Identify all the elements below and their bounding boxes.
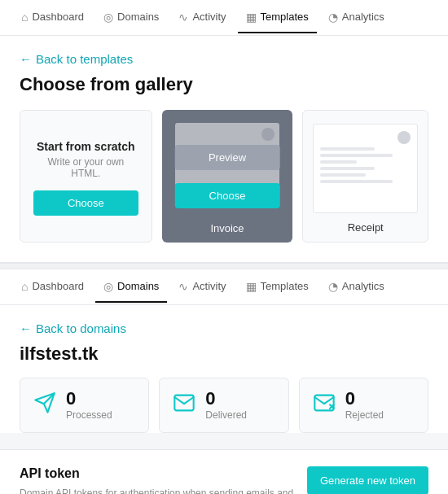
delivered-icon [173, 391, 195, 419]
rejected-icon [313, 391, 336, 419]
nav2-dashboard[interactable]: ⌂ Dashboard [13, 272, 92, 303]
processed-icon [33, 391, 56, 420]
receipt-line-1 [320, 147, 374, 151]
receipt-preview-bg [313, 124, 418, 213]
domain-section: ← Back to domains ilfstest.tk 0 Processe… [0, 305, 448, 433]
templates-title: Choose from gallery [20, 74, 428, 95]
nav2-analytics[interactable]: ◔ Analytics [320, 272, 393, 303]
top-nav-templates: ⌂ Dashboard ◎ Domains ∿ Activity ▦ Templ… [0, 0, 448, 36]
nav2-templates[interactable]: ▦ Templates [238, 272, 317, 303]
api-token-info: API token Domain API tokens for authenti… [20, 466, 294, 494]
top-nav-domains: ⌂ Dashboard ◎ Domains ∿ Activity ▦ Templ… [0, 269, 448, 305]
globe2-icon: ◎ [103, 280, 113, 293]
stat-info-rejected: 0 Rejected [345, 390, 384, 421]
template-card-scratch: Start from scratch Write or your own HTM… [20, 110, 152, 243]
home-icon: ⌂ [21, 11, 28, 24]
nav-domains[interactable]: ◎ Domains [95, 2, 167, 33]
rejected-label: Rejected [345, 409, 384, 421]
nav-templates[interactable]: ▦ Templates [238, 2, 317, 33]
analytics2-icon: ◔ [328, 280, 338, 293]
receipt-line-4 [320, 167, 374, 170]
nav-analytics[interactable]: ◔ Analytics [320, 2, 393, 33]
rejected-count: 0 [345, 390, 384, 408]
template-card-receipt: Receipt [302, 110, 428, 243]
stat-info-delivered: 0 Delivered [205, 390, 247, 421]
nav2-domains[interactable]: ◎ Domains [95, 272, 167, 303]
stat-card-processed: 0 Processed [20, 378, 149, 433]
receipt-circle [397, 131, 411, 144]
receipt-line-3 [320, 160, 356, 164]
home2-icon: ⌂ [21, 280, 28, 293]
templates-section: ← Back to templates Choose from gallery … [0, 36, 448, 263]
processed-label: Processed [66, 409, 112, 421]
templates-icon: ▦ [246, 11, 257, 24]
api-token-section: API token Domain API tokens for authenti… [0, 449, 448, 494]
invoice-preview-button[interactable]: Preview [175, 145, 280, 170]
processed-count: 0 [66, 390, 112, 408]
preview-circle [261, 128, 275, 141]
stat-card-rejected: 0 Rejected [299, 378, 428, 433]
scratch-choose-button[interactable]: Choose [33, 190, 138, 216]
template-card-invoice: Preview Choose Invoice [162, 110, 293, 243]
delivered-label: Delivered [205, 409, 247, 421]
templates2-icon: ▦ [246, 280, 257, 293]
scratch-card-label: Start from scratch [37, 140, 135, 153]
back-to-domains-link[interactable]: ← Back to domains [20, 321, 428, 335]
back-arrow2-icon: ← [20, 321, 32, 335]
activity2-icon: ∿ [178, 280, 188, 293]
generate-token-button[interactable]: Generate new token [307, 466, 428, 494]
receipt-line-6 [320, 180, 393, 183]
templates-gallery: Start from scratch Write or your own HTM… [20, 110, 428, 243]
invoice-choose-button[interactable]: Choose [175, 183, 280, 208]
stats-row: 0 Processed 0 Delivered [20, 378, 428, 433]
nav-activity[interactable]: ∿ Activity [170, 2, 234, 33]
delivered-count: 0 [205, 390, 247, 408]
invoice-label: Invoice [210, 216, 244, 243]
back-to-templates-link[interactable]: ← Back to templates [20, 52, 428, 66]
api-token-description: Domain API tokens for authentication whe… [20, 486, 294, 494]
section-divider [0, 263, 448, 269]
nav2-activity[interactable]: ∿ Activity [170, 272, 234, 303]
invoice-overlay-buttons: Preview Choose [175, 145, 280, 208]
receipt-line-2 [320, 154, 393, 157]
domain-title: ilfstest.tk [20, 343, 428, 365]
nav-dashboard[interactable]: ⌂ Dashboard [13, 2, 92, 33]
analytics-icon: ◔ [328, 11, 338, 24]
receipt-line-5 [320, 173, 365, 177]
scratch-card-sublabel: Write or your own HTML. [33, 156, 138, 179]
stat-info-processed: 0 Processed [66, 390, 112, 421]
stat-card-delivered: 0 Delivered [159, 378, 288, 433]
globe-icon: ◎ [103, 11, 113, 24]
back-arrow-icon: ← [20, 52, 32, 66]
api-token-title: API token [20, 466, 294, 481]
activity-icon: ∿ [178, 11, 188, 24]
receipt-label: Receipt [348, 221, 384, 242]
